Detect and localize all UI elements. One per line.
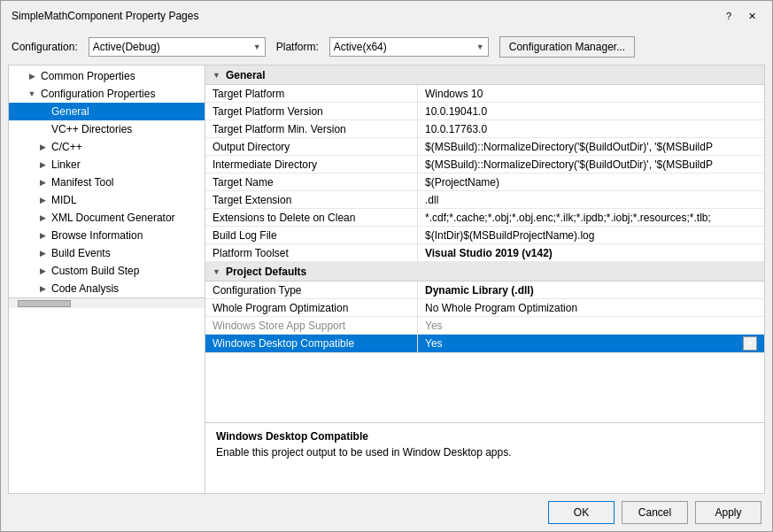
prop-name: Target Platform Min. Version [205, 120, 418, 137]
tree-label-midl: MIDL [51, 194, 77, 206]
tree-label-vc-directories: VC++ Directories [51, 123, 132, 135]
prop-value: $(IntDir)$(MSBuildProjectName).log [418, 227, 764, 243]
desc-text: Enable this project output to be used in… [216, 446, 754, 459]
tree-item-midl[interactable]: ▶ MIDL [9, 191, 205, 209]
prop-grid: ▼ General Target Platform Windows 10 Tar… [205, 66, 764, 422]
help-button[interactable]: ? [719, 8, 738, 24]
table-row: Intermediate Directory $(MSBuild)::Norma… [205, 156, 764, 173]
title-bar: SimpleMathComponent Property Pages ? ✕ [1, 1, 772, 29]
tree-scrollbar-thumb[interactable] [18, 300, 71, 307]
prop-dropdown-btn[interactable]: ▼ [743, 336, 757, 351]
apply-button[interactable]: Apply [695, 501, 761, 524]
prop-name: Windows Desktop Compatible [205, 335, 418, 352]
expand-icon-common: ▶ [27, 71, 37, 81]
config-value: Active(Debug) [93, 41, 160, 53]
tree-label-linker: Linker [51, 158, 81, 171]
tree-item-build-events[interactable]: ▶ Build Events [9, 244, 205, 262]
platform-combo[interactable]: Active(x64) ▼ [329, 37, 489, 57]
bottom-bar: OK Cancel Apply [1, 494, 772, 531]
expand-icon-code-analysis: ▶ [37, 283, 48, 294]
table-row: Platform Toolset Visual Studio 2019 (v14… [205, 244, 764, 262]
table-row-selected[interactable]: Windows Desktop Compatible Yes ▼ [205, 335, 764, 353]
config-label: Configuration: [12, 41, 78, 53]
prop-value: Visual Studio 2019 (v142) [418, 244, 764, 261]
prop-value: $(MSBuild)::NormalizeDirectory('$(BuildO… [418, 156, 764, 173]
prop-value: $(ProjectName) [418, 173, 764, 190]
tree-item-config-properties[interactable]: ▼ Configuration Properties [9, 85, 205, 103]
collapse-project-icon[interactable]: ▼ [213, 267, 220, 276]
dialog-title: SimpleMathComponent Property Pages [12, 10, 198, 22]
prop-value: .dll [418, 191, 764, 208]
config-row: Configuration: Active(Debug) ▼ Platform:… [1, 29, 772, 65]
tree-label-common-properties: Common Properties [41, 70, 135, 82]
prop-name: Intermediate Directory [205, 156, 418, 173]
table-row: Target Name $(ProjectName) [205, 173, 764, 191]
config-manager-button[interactable]: Configuration Manager... [499, 36, 635, 58]
general-section-header: ▼ General [205, 66, 764, 85]
tree-label-custom-build-step: Custom Build Step [51, 265, 139, 277]
config-combo[interactable]: Active(Debug) ▼ [89, 37, 266, 57]
expand-icon-linker: ▶ [37, 159, 48, 170]
table-row: Configuration Type Dynamic Library (.dll… [205, 281, 764, 299]
expand-icon-build-events: ▶ [37, 248, 48, 258]
tree-scrollbar[interactable] [9, 297, 205, 308]
table-row: Build Log File $(IntDir)$(MSBuildProject… [205, 227, 764, 244]
tree-item-linker[interactable]: ▶ Linker [9, 156, 205, 173]
tree-label-browse-info: Browse Information [51, 229, 143, 242]
prop-value: $(MSBuild)::NormalizeDirectory('$(BuildO… [418, 138, 764, 155]
tree-item-xml-doc[interactable]: ▶ XML Document Generator [9, 209, 205, 227]
general-section-label: General [226, 69, 266, 81]
tree-item-browse-info[interactable]: ▶ Browse Information [9, 227, 205, 244]
tree-label-general: General [51, 105, 89, 118]
prop-value: Yes [418, 317, 764, 334]
table-row: Target Platform Min. Version 10.0.17763.… [205, 120, 764, 138]
close-button[interactable]: ✕ [742, 8, 761, 24]
expand-icon-config: ▼ [27, 89, 37, 99]
prop-name: Target Name [205, 173, 418, 190]
expand-icon-browse: ▶ [37, 230, 48, 241]
tree-item-common-properties[interactable]: ▶ Common Properties [9, 67, 205, 85]
tree-label-cpp: C/C++ [51, 141, 82, 153]
property-pages-dialog: SimpleMathComponent Property Pages ? ✕ C… [0, 0, 773, 532]
prop-name: Windows Store App Support [205, 317, 418, 334]
expand-icon-general [37, 106, 48, 117]
expand-icon-xmldoc: ▶ [37, 212, 48, 223]
tree-item-general[interactable]: General [9, 103, 205, 120]
tree-item-manifest-tool[interactable]: ▶ Manifest Tool [9, 173, 205, 191]
title-bar-controls: ? ✕ [719, 8, 761, 24]
prop-name: Target Platform Version [205, 103, 418, 120]
collapse-general-icon[interactable]: ▼ [213, 71, 220, 80]
table-row: Output Directory $(MSBuild)::NormalizeDi… [205, 138, 764, 156]
prop-name: Platform Toolset [205, 244, 418, 261]
cancel-button[interactable]: Cancel [622, 501, 688, 524]
prop-name: Build Log File [205, 227, 418, 243]
tree-scroll-area: ▶ Common Properties ▼ Configuration Prop… [9, 67, 205, 297]
table-row: Extensions to Delete on Clean *.cdf;*.ca… [205, 209, 764, 227]
ok-button[interactable]: OK [548, 501, 615, 524]
table-row: Target Platform Windows 10 [205, 85, 764, 103]
expand-icon-custom-build: ▶ [37, 266, 48, 276]
prop-name: Whole Program Optimization [205, 299, 418, 316]
prop-name: Configuration Type [205, 281, 418, 298]
tree-label-manifest-tool: Manifest Tool [51, 176, 113, 189]
table-row: Target Extension .dll [205, 191, 764, 209]
platform-value: Active(x64) [334, 41, 387, 53]
prop-value: *.cdf;*.cache;*.obj;*.obj.enc;*.ilk;*.ip… [418, 209, 764, 226]
expand-icon-cpp: ▶ [37, 142, 48, 152]
prop-value: Dynamic Library (.dll) [418, 281, 764, 298]
tree-item-custom-build-step[interactable]: ▶ Custom Build Step [9, 262, 205, 280]
prop-value: Windows 10 [418, 85, 764, 102]
prop-value: No Whole Program Optimization [418, 299, 764, 316]
title-bar-left: SimpleMathComponent Property Pages [12, 10, 198, 22]
prop-name: Extensions to Delete on Clean [205, 209, 418, 226]
project-defaults-section-label: Project Defaults [226, 266, 306, 278]
tree-item-cpp[interactable]: ▶ C/C++ [9, 138, 205, 156]
project-defaults-section-header: ▼ Project Defaults [205, 262, 764, 281]
tree-item-code-analysis[interactable]: ▶ Code Analysis [9, 280, 205, 297]
prop-value: 10.0.19041.0 [418, 103, 764, 120]
prop-name: Output Directory [205, 138, 418, 155]
table-row: Target Platform Version 10.0.19041.0 [205, 103, 764, 120]
tree-item-vc-directories[interactable]: VC++ Directories [9, 120, 205, 138]
tree-label-code-analysis: Code Analysis [51, 282, 119, 295]
property-panel: ▼ General Target Platform Windows 10 Tar… [205, 66, 764, 493]
